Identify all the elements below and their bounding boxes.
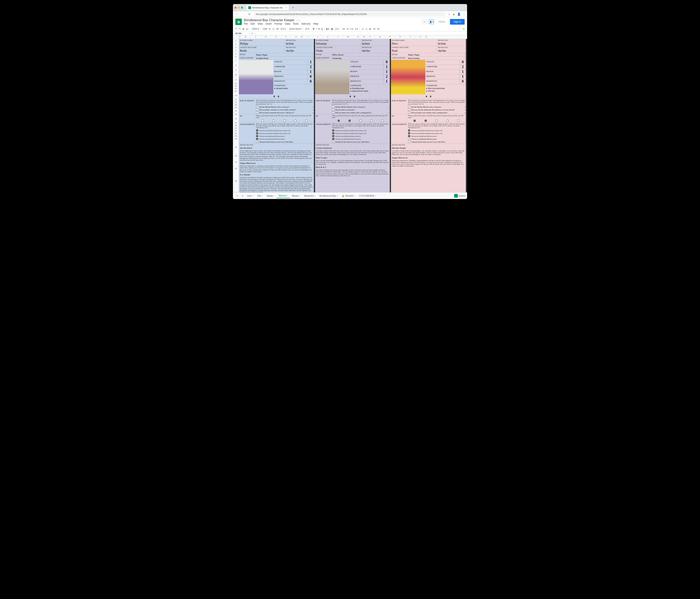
redo-button[interactable]: ↷ — [239, 28, 241, 30]
wrap-button[interactable]: ↵▾ — [350, 28, 353, 30]
menu-add-ons[interactable]: Add-ons — [301, 22, 310, 25]
fillcolor-button[interactable]: ◧▾ — [326, 28, 329, 30]
xp-checkbox[interactable] — [414, 120, 416, 122]
eos-checkbox[interactable] — [408, 108, 410, 110]
adv-option[interactable]: Choose an additional Maven move. — [411, 135, 437, 137]
adv-option[interactable]: Choose an additional Maven move. — [335, 138, 361, 140]
menu-edit[interactable]: Edit — [250, 22, 255, 25]
col-header[interactable]: P — [365, 35, 375, 39]
col-header[interactable]: V — [425, 35, 427, 39]
sheet-tab[interactable]: Intro ▾ — [245, 193, 255, 198]
row-header[interactable]: 22 — [233, 113, 239, 116]
chart-button[interactable]: ▥ — [369, 28, 371, 30]
profile-icon[interactable]: 👤 — [457, 13, 460, 16]
decrease-decimal-button[interactable]: .0 — [272, 28, 274, 30]
row-header[interactable]: 13 — [233, 84, 239, 86]
player-pronouns[interactable]: he/him — [285, 42, 314, 46]
cozy-select[interactable]: Rug hooking — [407, 56, 464, 60]
add-sheet-button[interactable]: + — [234, 194, 240, 198]
crown-track[interactable]: ♛ ♛ — [315, 94, 390, 99]
condition[interactable]: Wet feet — [425, 90, 466, 92]
adv-option[interactable]: Unmark all the items in your Cozy Little… — [411, 141, 446, 143]
xp-checkbox[interactable] — [305, 120, 307, 122]
col-header[interactable]: R — [385, 35, 395, 39]
row-header[interactable]: 3 — [233, 45, 239, 48]
signin-button[interactable]: Sign in — [450, 19, 465, 25]
row-header[interactable]: 26 — [233, 126, 239, 129]
strike-button[interactable]: S — [318, 28, 320, 30]
paint-format-button[interactable]: 🖌 — [246, 28, 248, 30]
adv-option[interactable]: Increase an ability modifier by 1 (max +… — [411, 132, 443, 134]
sheet-tab[interactable]: Moves ▾ — [290, 193, 302, 198]
undo-button[interactable]: ↶ — [235, 28, 237, 30]
crown-track[interactable]: ♛ ♛ — [239, 94, 314, 99]
row-header[interactable]: 9 — [233, 67, 239, 72]
adv-option[interactable]: Increase an ability modifier by 1 (max +… — [335, 132, 367, 134]
url-field[interactable]: docs.google.com/spreadsheets/d/1AzqVW12w… — [253, 12, 446, 16]
condition[interactable]: Pounding heart — [349, 87, 390, 90]
character-name[interactable]: Birdie ▾ — [239, 49, 285, 53]
xp-checkbox[interactable] — [349, 120, 351, 122]
row-header[interactable]: 33 — [233, 157, 239, 167]
adv-checkbox[interactable] — [408, 138, 410, 140]
crown-track[interactable]: ♛ ♛ — [391, 94, 466, 99]
adv-option[interactable]: Unmark all the items in your Cozy Little… — [259, 141, 294, 143]
stat-sensitivity[interactable]: 1 — [383, 79, 390, 84]
col-header[interactable]: E — [271, 35, 281, 39]
stat-vitality[interactable]: 1 — [307, 60, 314, 65]
row-header[interactable]: 2 — [233, 42, 239, 45]
eos-question[interactable]: Did you secretly undermine the authority… — [411, 109, 464, 111]
condition[interactable]: Questions her sanity — [349, 90, 390, 92]
adv-checkbox[interactable] — [256, 141, 258, 143]
col-header[interactable]: M — [343, 35, 353, 39]
adv-option[interactable]: Choose an additional Maven move. — [335, 135, 361, 137]
adv-checkbox[interactable] — [256, 135, 258, 137]
style-select[interactable]: Hippy Dippy — [255, 53, 311, 56]
row-header[interactable]: 1 — [233, 39, 239, 42]
eos-question[interactable]: Did the Murder Mavens solve a mystery? — [411, 106, 464, 108]
row-header[interactable]: 28 — [233, 131, 239, 134]
stat-sensitivity[interactable]: 0 — [307, 79, 314, 84]
cozy-select[interactable]: Gardening — [331, 56, 388, 60]
row-header[interactable]: 10 — [233, 72, 239, 77]
sheet-tab[interactable]: CUSTOMDATA ▾ — [357, 193, 378, 198]
share-button[interactable]: Share — [436, 19, 448, 24]
adv-option[interactable]: Choose an additional Maven move. — [259, 138, 285, 140]
stat-vitality[interactable]: 0 — [383, 60, 390, 65]
adv-checkbox[interactable] — [332, 135, 334, 137]
adv-option[interactable]: Increase an ability modifier by 1 (max +… — [411, 130, 443, 131]
col-header[interactable]: B — [241, 35, 251, 39]
stat-composure[interactable]: 2 — [307, 65, 314, 69]
valign-button[interactable]: ↕▾ — [346, 28, 349, 30]
adv-checkbox[interactable] — [408, 132, 410, 134]
player-name[interactable]: Philipp — [239, 42, 285, 46]
adv-option[interactable]: Increase an ability modifier by 1 (max +… — [259, 132, 291, 134]
name-box[interactable] — [235, 32, 247, 34]
col-header[interactable]: L — [333, 35, 343, 39]
col-header[interactable]: T — [405, 35, 416, 39]
menu-format[interactable]: Format — [275, 22, 282, 25]
currency-button[interactable]: CA$ — [262, 28, 267, 30]
eos-checkbox[interactable] — [408, 111, 410, 114]
maven-move-name[interactable]: Michael Knight — [391, 146, 466, 150]
row-header[interactable]: 32 — [233, 154, 239, 157]
stat-presence[interactable]: 0 — [307, 74, 314, 79]
col-header[interactable]: J — [313, 35, 323, 39]
sheet-tab[interactable]: Brindlewood Bay ▾ — [317, 193, 340, 198]
row-header[interactable]: 19 — [233, 103, 239, 106]
functions-button[interactable]: Σ▾ — [377, 28, 380, 30]
row-header[interactable]: 21 — [233, 108, 239, 113]
adv-checkbox[interactable] — [256, 129, 258, 131]
player-name[interactable]: Sebastian — [315, 42, 361, 46]
xp-checkbox[interactable] — [273, 120, 275, 122]
adv-checkbox[interactable] — [256, 138, 258, 140]
adv-checkbox[interactable] — [332, 141, 334, 143]
xp-checkbox[interactable] — [294, 120, 296, 122]
col-header[interactable]: Q — [375, 35, 385, 39]
adv-option[interactable]: Increase an ability modifier by 1 (max +… — [259, 130, 291, 131]
eos-checkbox[interactable] — [332, 111, 334, 114]
col-header[interactable]: I — [303, 35, 313, 39]
sheet-tab[interactable]: Mavens ▾ — [277, 193, 290, 198]
col-header[interactable]: C — [251, 35, 261, 39]
xp-checkbox[interactable] — [283, 120, 285, 122]
